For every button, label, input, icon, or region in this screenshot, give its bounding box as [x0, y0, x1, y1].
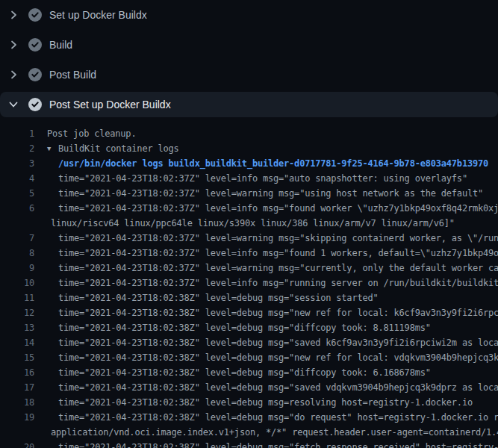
- log-line: 17time="2021-04-23T18:02:38Z" level=debu…: [0, 380, 498, 395]
- log-text: time="2021-04-23T18:02:37Z" level=info m…: [34, 201, 498, 216]
- log-text: time="2021-04-23T18:02:37Z" level=info m…: [34, 276, 498, 290]
- log-text: time="2021-04-23T18:02:38Z" level=debug …: [34, 440, 498, 448]
- log-text: Post job cleanup.: [34, 126, 136, 141]
- log-line-continuation: application/vnd.oci.image.index.v1+json,…: [0, 425, 498, 440]
- section-post-set-up-docker-buildx[interactable]: Post Set up Docker Buildx: [0, 92, 498, 117]
- log-line: 20time="2021-04-23T18:02:38Z" level=debu…: [0, 440, 498, 448]
- log-line: 7time="2021-04-23T18:02:37Z" level=warni…: [0, 231, 498, 246]
- log-text: time="2021-04-23T18:02:37Z" level=info m…: [34, 171, 467, 186]
- log-line: 16time="2021-04-23T18:02:38Z" level=debu…: [0, 365, 498, 380]
- check-circle-icon: [28, 98, 42, 111]
- line-number: [0, 425, 34, 440]
- log-line: 12time="2021-04-23T18:02:38Z" level=debu…: [0, 305, 498, 320]
- log-line: 18time="2021-04-23T18:02:38Z" level=debu…: [0, 395, 498, 410]
- chevron-right-icon: [7, 69, 19, 81]
- section-build[interactable]: Build: [0, 30, 498, 60]
- log-text: time="2021-04-23T18:02:38Z" level=debug …: [34, 290, 379, 305]
- log-text: time="2021-04-23T18:02:38Z" level=debug …: [34, 380, 498, 395]
- line-number[interactable]: 3: [0, 156, 34, 171]
- section-set-up-docker-buildx[interactable]: Set up Docker Buildx: [0, 0, 498, 30]
- log-line: 15time="2021-04-23T18:02:38Z" level=debu…: [0, 350, 498, 365]
- log-line: 2▼BuildKit container logs: [0, 141, 498, 156]
- line-number[interactable]: 14: [0, 335, 34, 350]
- log-line: 5time="2021-04-23T18:02:37Z" level=warni…: [0, 186, 498, 201]
- line-number[interactable]: 12: [0, 305, 34, 320]
- line-number[interactable]: 16: [0, 365, 34, 380]
- line-number[interactable]: 17: [0, 380, 34, 395]
- check-circle-icon: [28, 38, 42, 52]
- log-line-continuation: linux/riscv64 linux/ppc64le linux/s390x …: [0, 216, 498, 231]
- log-text: time="2021-04-23T18:02:38Z" level=debug …: [34, 410, 498, 425]
- line-number[interactable]: 8: [0, 246, 34, 261]
- log-line: 11time="2021-04-23T18:02:38Z" level=debu…: [0, 290, 498, 305]
- log-text: time="2021-04-23T18:02:38Z" level=debug …: [34, 365, 431, 380]
- log-text: ▼BuildKit container logs: [34, 141, 179, 156]
- log-text: time="2021-04-23T18:02:37Z" level=warnin…: [34, 261, 498, 276]
- chevron-right-icon: [7, 39, 19, 51]
- line-number[interactable]: 6: [0, 201, 34, 216]
- section-label: Build: [49, 39, 72, 51]
- line-number[interactable]: 20: [0, 440, 34, 448]
- log-text: time="2021-04-23T18:02:38Z" level=debug …: [34, 320, 431, 335]
- log-lines: 1Post job cleanup.2▼BuildKit container l…: [0, 117, 498, 448]
- log-text: time="2021-04-23T18:02:38Z" level=debug …: [34, 305, 498, 320]
- section-label: Set up Docker Buildx: [49, 9, 147, 21]
- line-number[interactable]: 19: [0, 410, 34, 425]
- section-label: Post Set up Docker Buildx: [49, 99, 171, 111]
- line-number[interactable]: 18: [0, 395, 34, 410]
- log-line: 3/usr/bin/docker logs buildx_buildkit_bu…: [0, 156, 498, 171]
- log-line: 4time="2021-04-23T18:02:37Z" level=info …: [0, 171, 498, 186]
- log-line: 10time="2021-04-23T18:02:37Z" level=info…: [0, 276, 498, 290]
- log-line: 14time="2021-04-23T18:02:38Z" level=debu…: [0, 335, 498, 350]
- line-number[interactable]: 10: [0, 276, 34, 290]
- chevron-down-icon: [7, 99, 19, 111]
- log-text: application/vnd.oci.image.index.v1+json,…: [34, 425, 498, 440]
- line-number[interactable]: 4: [0, 171, 34, 186]
- line-number[interactable]: 2: [0, 141, 34, 156]
- check-circle-icon: [28, 8, 42, 22]
- steps-list: Set up Docker Buildx Build Post Build Po…: [0, 0, 498, 117]
- line-number[interactable]: 11: [0, 290, 34, 305]
- log-text: BuildKit container logs: [58, 143, 179, 154]
- log-text: time="2021-04-23T18:02:37Z" level=warnin…: [34, 186, 483, 201]
- log-line: 6time="2021-04-23T18:02:37Z" level=info …: [0, 201, 498, 216]
- log-text: time="2021-04-23T18:02:37Z" level=warnin…: [34, 231, 498, 246]
- line-number[interactable]: 7: [0, 231, 34, 246]
- log-text: time="2021-04-23T18:02:37Z" level=info m…: [34, 246, 498, 261]
- chevron-right-icon: [7, 9, 19, 21]
- line-number[interactable]: 1: [0, 126, 34, 141]
- line-number[interactable]: 15: [0, 350, 34, 365]
- line-number[interactable]: 13: [0, 320, 34, 335]
- log-text: linux/riscv64 linux/ppc64le linux/s390x …: [34, 216, 455, 231]
- line-number[interactable]: 9: [0, 261, 34, 276]
- command-text: /usr/bin/docker logs buildx_buildkit_bui…: [34, 156, 488, 171]
- log-text: time="2021-04-23T18:02:38Z" level=debug …: [34, 350, 498, 365]
- log-text: time="2021-04-23T18:02:38Z" level=debug …: [34, 335, 498, 350]
- log-line: 9time="2021-04-23T18:02:37Z" level=warni…: [0, 261, 498, 276]
- line-number[interactable]: 5: [0, 186, 34, 201]
- section-label: Post Build: [49, 69, 96, 81]
- check-circle-icon: [28, 68, 42, 81]
- section-post-build[interactable]: Post Build: [0, 60, 498, 90]
- group-toggle-icon[interactable]: ▼: [47, 141, 58, 156]
- log-line: 8time="2021-04-23T18:02:37Z" level=info …: [0, 246, 498, 261]
- log-line: 13time="2021-04-23T18:02:38Z" level=debu…: [0, 320, 498, 335]
- line-number: [0, 216, 34, 231]
- log-line: 1Post job cleanup.: [0, 126, 498, 141]
- log-text: time="2021-04-23T18:02:38Z" level=debug …: [34, 395, 473, 410]
- log-line: 19time="2021-04-23T18:02:38Z" level=debu…: [0, 410, 498, 425]
